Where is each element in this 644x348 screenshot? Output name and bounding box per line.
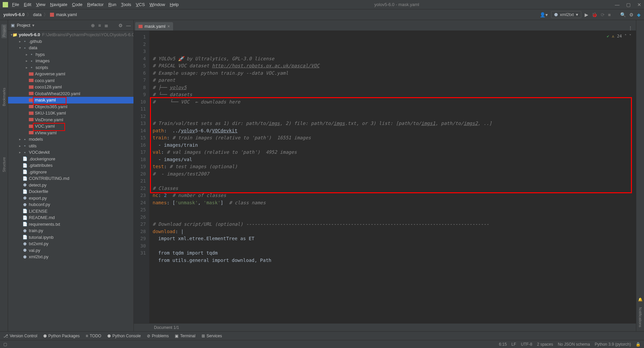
code-line-22[interactable]	[153, 206, 633, 214]
tree-item--gitattributes[interactable]: 📄.gitattributes	[8, 162, 133, 169]
tree-root[interactable]: ▾📁yolov5-6.0F:\JetBrains\PycharmProjects…	[8, 31, 133, 38]
hide-panel-icon[interactable]: —	[126, 23, 131, 28]
minimize-button[interactable]: —	[615, 2, 620, 7]
tree-item-SKU-110K-yaml[interactable]: SKU-110K.yaml	[8, 110, 133, 117]
tree-item--gitignore[interactable]: 📄.gitignore	[8, 169, 133, 176]
code-line-14[interactable]: val: # val images (relative to 'path') 4…	[153, 149, 633, 156]
stop-button[interactable]: ■	[608, 12, 611, 17]
settings-icon[interactable]: ⚙	[118, 23, 123, 28]
tool-window-icon[interactable]: ▢	[3, 342, 7, 347]
breadcrumb-file[interactable]: mask.yaml	[56, 12, 77, 17]
code-line-17[interactable]: # - images/test2007	[153, 170, 633, 178]
tool-project[interactable]: Project	[1, 24, 7, 38]
editor-tab-mask-yaml[interactable]: mask.yaml ×	[135, 22, 173, 30]
tree-item-Dockerfile[interactable]: 📄Dockerfile	[8, 188, 133, 195]
code-line-12[interactable]: train: # train images (relative to 'path…	[153, 134, 633, 142]
code-line-24[interactable]: # Download script/URL (optional) -------…	[153, 221, 633, 228]
expand-all-icon[interactable]: ≡	[98, 23, 101, 28]
close-tab-icon[interactable]: ×	[167, 24, 170, 29]
bottom-tool-terminal[interactable]: ▣Terminal	[175, 334, 195, 338]
code-line-11[interactable]: path: ../yolov5-6.0/VOCdevkit	[153, 127, 633, 135]
code-line-26[interactable]: import xml.etree.ElementTree as ET	[153, 235, 633, 242]
code-line-4[interactable]: # parent	[153, 77, 633, 84]
code-line-16[interactable]: test: # test images (optional)	[153, 163, 633, 170]
run-config-selector[interactable]: ⬣ xml2txt ▾	[551, 11, 581, 18]
schema[interactable]: No JSON schema	[558, 342, 590, 347]
tree-item-GlobalWheat2020-yaml[interactable]: GlobalWheat2020.yaml	[8, 90, 133, 97]
bottom-tool-todo[interactable]: ≡TODO	[86, 334, 101, 338]
tree-item-VOC-yaml[interactable]: VOC.yaml	[8, 123, 133, 130]
cursor-position[interactable]: 6:15	[499, 342, 507, 347]
tree-item-models[interactable]: ▸▪models	[8, 136, 133, 143]
tree-item--dockerignore[interactable]: 📄.dockerignore	[8, 156, 133, 162]
code-line-9[interactable]	[153, 113, 633, 120]
bottom-tool-python-packages[interactable]: ⬣Python Packages	[43, 334, 79, 338]
project-tree[interactable]: ▾📁yolov5-6.0F:\JetBrains\PycharmProjects…	[8, 31, 133, 331]
code-line-7[interactable]: # └── VOC ← downloads here	[153, 98, 633, 106]
tree-item-val-py[interactable]: ⬣val.py	[8, 247, 133, 254]
tree-item-Objects365-yaml[interactable]: Objects365.yaml	[8, 103, 133, 110]
tree-item-detect-py[interactable]: ⬣detect.py	[8, 182, 133, 189]
tool-notifications[interactable]: Notifications	[638, 307, 642, 327]
line-separator[interactable]: LF	[512, 342, 516, 347]
menu-run[interactable]: Run	[108, 2, 116, 7]
tree-item-mask-yaml[interactable]: mask.yaml	[8, 97, 133, 103]
tree-item-requirements-txt[interactable]: 📄requirements.txt	[8, 221, 133, 228]
menu-view[interactable]: View	[36, 2, 45, 7]
code-line-10[interactable]: # Train/val/test sets as 1) dir: path/to…	[153, 120, 633, 127]
debug-button[interactable]: 🐞	[592, 12, 597, 17]
tree-item-export-py[interactable]: ⬣export.py	[8, 195, 133, 202]
select-opened-icon[interactable]: ⊕	[91, 23, 95, 28]
code-line-28[interactable]: from tqdm import tqdm	[153, 250, 633, 257]
chevron-up-icon[interactable]: ˄	[625, 33, 627, 40]
close-button[interactable]: ✕	[637, 2, 641, 7]
menu-edit[interactable]: Edit	[24, 2, 31, 7]
tree-item-LICENSE[interactable]: 📄LICENSE	[8, 208, 133, 215]
tree-item-CONTRIBUTING-md[interactable]: 📄CONTRIBUTING.md	[8, 175, 133, 182]
code-line-30[interactable]	[153, 264, 633, 271]
tree-item-hyps[interactable]: ▸▪hyps	[8, 51, 133, 58]
code-editor[interactable]: ✔ ⚠ 24 ˄ ˅ # YOLOv5 🚀 by Ultralytics, GP…	[149, 31, 636, 323]
code-line-1[interactable]: # YOLOv5 🚀 by Ultralytics, GPL-3.0 licen…	[153, 55, 633, 63]
menu-window[interactable]: Window	[150, 2, 165, 7]
tree-item-xml2txt-py[interactable]: ⬣xml2txt.py	[8, 254, 133, 260]
sdk[interactable]: Python 3.9 (pytorch)	[595, 342, 631, 347]
code-line-3[interactable]: # Example usage: python train.py --data …	[153, 70, 633, 77]
breadcrumb-folder[interactable]: data	[33, 12, 42, 17]
tree-item-xView-yaml[interactable]: xView.yaml	[8, 130, 133, 136]
tree-item--github[interactable]: ▸▪.github	[8, 38, 133, 45]
code-line-25[interactable]: download: |	[153, 228, 633, 235]
tree-item-Argoverse-yaml[interactable]: Argoverse.yaml	[8, 71, 133, 77]
encoding[interactable]: UTF-8	[521, 342, 532, 347]
tree-item-VOCdevkit[interactable]: ▸▪VOCdevkit	[8, 149, 133, 156]
tool-structure[interactable]: Structure	[1, 156, 7, 173]
tree-item-scripts[interactable]: ▸▪scripts	[8, 64, 133, 71]
code-line-27[interactable]	[153, 242, 633, 250]
run-button[interactable]: ▶	[585, 12, 588, 17]
inspection-widget[interactable]: ✔ ⚠ 24 ˄ ˅	[607, 33, 631, 40]
tool-bookmarks[interactable]: Bookmarks	[1, 86, 7, 108]
code-with-me-icon[interactable]: ◆	[637, 12, 641, 17]
search-icon[interactable]: 🔍	[620, 12, 626, 17]
menu-help[interactable]: Help	[170, 2, 179, 7]
code-line-5[interactable]: # ├── yolov5	[153, 84, 633, 91]
bottom-tool-python-console[interactable]: ⬣Python Console	[107, 334, 141, 338]
bottom-tool-problems[interactable]: ⊘Problems	[147, 334, 169, 338]
editor-crumb[interactable]: Document 1/1	[154, 325, 179, 330]
tree-item-utils[interactable]: ▸▪utils	[8, 143, 133, 149]
code-line-6[interactable]: # └── datasets	[153, 91, 633, 98]
code-line-23[interactable]	[153, 214, 633, 221]
tree-item-README-md[interactable]: 📄README.md	[8, 214, 133, 221]
tree-item-VisDrone-yaml[interactable]: VisDrone.yaml	[8, 117, 133, 123]
code-line-19[interactable]: # Classes	[153, 185, 633, 192]
menu-refactor[interactable]: Refactor	[87, 2, 104, 7]
coverage-button[interactable]: ⟳	[601, 12, 605, 17]
maximize-button[interactable]: ▢	[626, 2, 631, 7]
settings-icon[interactable]: ⚙	[629, 12, 634, 17]
user-icon[interactable]: 👤▾	[540, 12, 548, 17]
menu-file[interactable]: File	[12, 2, 19, 7]
tree-item-data[interactable]: ▾▪data	[8, 45, 133, 51]
bottom-tool-services[interactable]: ⊞Services	[202, 334, 222, 338]
code-line-2[interactable]: # PASCAL VOC dataset http://host.robots.…	[153, 62, 633, 70]
code-line-21[interactable]: names: ['unmask', 'mask'] # class names	[153, 199, 633, 207]
